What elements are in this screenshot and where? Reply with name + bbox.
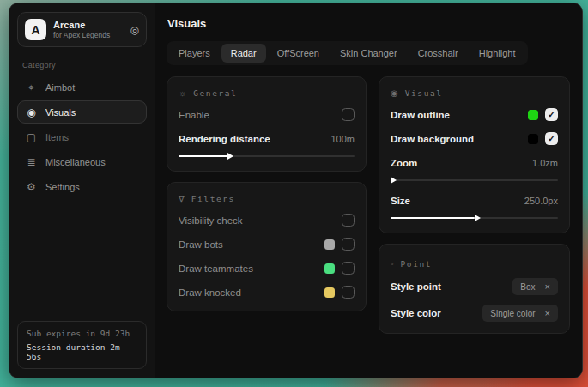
style-color-label: Style color xyxy=(391,308,441,318)
app-header-card: A Arcane for Apex Legends ◎ xyxy=(17,12,147,47)
visuals-tabbar: Players Radar OffScreen Skin Changer Cro… xyxy=(167,41,528,65)
tab-offscreen[interactable]: OffScreen xyxy=(268,44,329,63)
draw-outline-row: Draw outline xyxy=(391,107,558,122)
aimbot-icon: ⌖ xyxy=(26,82,37,94)
draw-background-checkbox[interactable] xyxy=(545,132,558,145)
draw-bots-color-swatch[interactable] xyxy=(324,239,335,250)
sidebar-item-miscellaneous[interactable]: ≣ Miscellaneous xyxy=(17,150,147,173)
draw-outline-label: Draw outline xyxy=(391,110,450,120)
slider-fill[interactable] xyxy=(179,155,227,157)
gear-icon: ⚙ xyxy=(26,181,37,193)
draw-bots-label: Draw bots xyxy=(179,239,223,250)
draw-knocked-label: Draw knocked xyxy=(179,287,241,298)
sidebar-item-label: Miscellaneous xyxy=(45,157,106,167)
category-label: Category xyxy=(22,61,142,70)
filters-panel-title: Filters xyxy=(191,194,235,203)
draw-background-color-swatch[interactable] xyxy=(528,134,538,144)
page-title: Visuals xyxy=(167,17,570,30)
style-color-row: Style color Single color × xyxy=(391,305,558,322)
tab-radar[interactable]: Radar xyxy=(221,44,266,63)
sidebar-nav: ⌖ Aimbot ◉ Visuals ▢ Items ≣ Miscellaneo… xyxy=(17,76,147,198)
general-panel: ☼ General Enable Rendering distance 100m xyxy=(167,76,367,172)
draw-bots-checkbox[interactable] xyxy=(342,238,355,251)
sidebar-item-aimbot[interactable]: ⌖ Aimbot xyxy=(17,76,147,99)
rendering-distance-label: Rendering distance xyxy=(179,134,270,144)
size-label: Size xyxy=(391,196,410,206)
close-icon[interactable]: × xyxy=(545,308,550,318)
style-point-chip[interactable]: Box × xyxy=(512,278,558,295)
draw-knocked-row: Draw knocked xyxy=(179,285,355,299)
point-panel-title: Point xyxy=(401,259,433,269)
visuals-icon: ◉ xyxy=(26,106,37,118)
enable-label: Enable xyxy=(179,110,209,120)
panels-content: ☼ General Enable Rendering distance 100m xyxy=(167,76,570,334)
visibility-check-label: Visibility check xyxy=(179,215,243,226)
sun-icon: ☼ xyxy=(179,88,186,98)
sidebar-item-label: Visuals xyxy=(45,107,76,118)
draw-background-label: Draw background xyxy=(391,134,474,144)
app-subtitle: for Apex Legends xyxy=(53,31,110,39)
close-icon[interactable]: × xyxy=(545,281,550,292)
zoom-row: Zoom 1.0zm xyxy=(391,155,558,170)
sidebar-item-label: Settings xyxy=(45,182,80,192)
style-color-chip[interactable]: Single color × xyxy=(482,305,558,322)
draw-knocked-checkbox[interactable] xyxy=(342,286,355,299)
style-point-label: Style point xyxy=(391,281,441,292)
sub-expires-text: Sub expires in 9d 23h xyxy=(27,329,137,338)
draw-background-row: Draw background xyxy=(391,131,558,146)
miscellaneous-icon: ≣ xyxy=(26,156,37,168)
app-logo: A xyxy=(25,19,46,40)
visibility-check-checkbox[interactable] xyxy=(342,214,355,227)
draw-teammates-checkbox[interactable] xyxy=(342,262,355,275)
sidebar-item-settings[interactable]: ⚙ Settings xyxy=(17,175,147,198)
subscription-status-box: Sub expires in 9d 23h Session duration 2… xyxy=(17,321,147,369)
dot-icon: ◦ xyxy=(391,259,394,269)
sidebar-item-label: Items xyxy=(45,132,69,142)
tab-players[interactable]: Players xyxy=(169,44,220,63)
tab-crosshair[interactable]: Crosshair xyxy=(409,44,468,63)
draw-knocked-color-swatch[interactable] xyxy=(324,287,335,298)
rendering-distance-row: Rendering distance 100m xyxy=(179,131,355,146)
size-row: Size 250.0px xyxy=(391,193,558,208)
draw-teammates-label: Draw teammates xyxy=(179,263,253,274)
rendering-distance-value: 100m xyxy=(330,134,355,144)
funnel-icon: ∇ xyxy=(179,194,185,203)
app-name: Arcane xyxy=(53,20,110,30)
chip-label: Box xyxy=(520,282,535,292)
zoom-slider[interactable] xyxy=(391,176,558,184)
enable-checkbox[interactable] xyxy=(342,108,355,121)
visual-panel: ◉ Visual Draw outline Draw background xyxy=(379,76,570,233)
chip-label: Single color xyxy=(490,309,535,318)
tab-highlight[interactable]: Highlight xyxy=(470,44,525,63)
slider-fill[interactable] xyxy=(391,217,475,219)
tab-skin-changer[interactable]: Skin Changer xyxy=(330,44,407,63)
items-icon: ▢ xyxy=(26,131,37,143)
draw-outline-color-swatch[interactable] xyxy=(528,110,538,120)
size-slider[interactable] xyxy=(391,214,558,221)
style-point-row: Style point Box × xyxy=(391,278,558,295)
draw-bots-row: Draw bots xyxy=(179,237,355,251)
sidebar-item-items[interactable]: ▢ Items xyxy=(17,125,147,148)
main-area: Visuals Players Radar OffScreen Skin Cha… xyxy=(155,3,582,378)
rendering-distance-slider[interactable] xyxy=(179,152,355,160)
zoom-value: 1.0zm xyxy=(532,158,558,168)
sidebar-item-visuals[interactable]: ◉ Visuals xyxy=(17,100,147,124)
zoom-label: Zoom xyxy=(391,158,417,168)
crosshair-icon[interactable]: ◎ xyxy=(130,24,139,36)
app-window: A Arcane for Apex Legends ◎ Category ⌖ A… xyxy=(9,3,583,378)
eye-icon: ◉ xyxy=(391,88,398,98)
general-panel-title: General xyxy=(193,88,237,98)
sidebar: A Arcane for Apex Legends ◎ Category ⌖ A… xyxy=(9,3,155,378)
enable-row: Enable xyxy=(179,107,355,122)
sidebar-item-label: Aimbot xyxy=(45,82,75,93)
draw-teammates-row: Draw teammates xyxy=(179,261,355,275)
filters-panel: ∇ Filters Visibility check Draw bots xyxy=(167,182,367,311)
visual-panel-title: Visual xyxy=(405,88,443,98)
point-panel: ◦ Point Style point Box × Style xyxy=(379,244,570,334)
draw-outline-checkbox[interactable] xyxy=(545,108,558,121)
visibility-check-row: Visibility check xyxy=(179,213,355,227)
draw-teammates-color-swatch[interactable] xyxy=(324,263,335,274)
app-meta: Arcane for Apex Legends xyxy=(53,20,110,39)
session-duration-text: Session duration 2m 56s xyxy=(27,342,137,361)
size-value: 250.0px xyxy=(524,196,558,206)
